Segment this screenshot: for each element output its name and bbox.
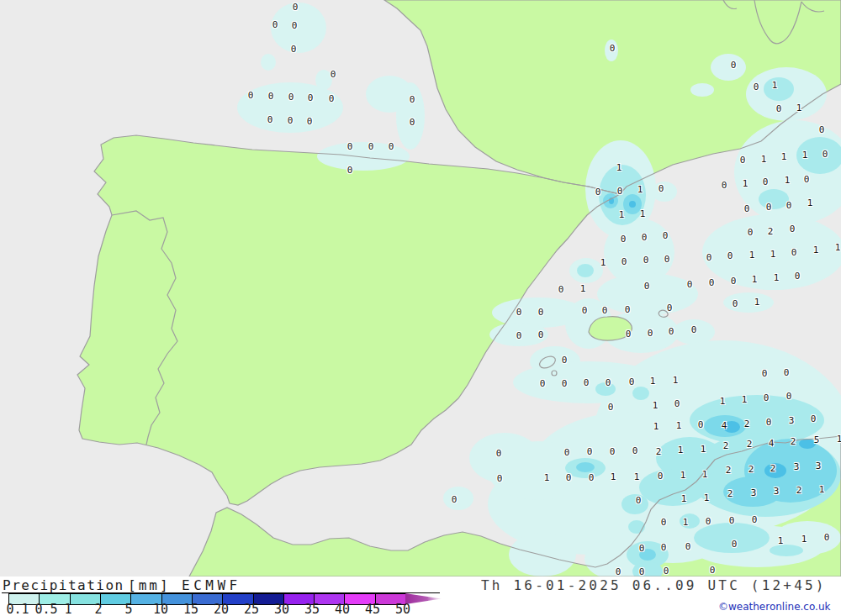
precip-value: 0 [636, 496, 642, 505]
colorbar-overflow-arrow-icon [405, 592, 444, 605]
precip-value: 0 [786, 201, 792, 210]
precip-value: 3 [751, 488, 757, 498]
precip-value: 1 [813, 245, 819, 255]
precip-value: 0 [331, 70, 336, 79]
precip-value: 0 [664, 255, 670, 264]
precip-value: 1 [796, 103, 802, 113]
precip-value: 0 [452, 495, 458, 504]
precip-value: 1 [754, 297, 760, 307]
precip-value: 1 [673, 376, 679, 385]
colorbar-tick: 20 [214, 603, 229, 615]
precip-value: 0 [540, 379, 546, 388]
colorbar-tick: 25 [244, 603, 259, 615]
precip-value: 1 [807, 198, 813, 208]
precip-value: 0 [786, 392, 792, 401]
precip-value: 0 [268, 92, 274, 101]
colorbar-tick: 35 [304, 603, 320, 615]
precip-value: 0 [740, 155, 746, 165]
legend-bar: Precipitation [mm] ECMWF Th 16-01-2025 0… [0, 577, 841, 616]
precip-value: 1 [680, 471, 686, 480]
precip-value: 0 [661, 543, 667, 552]
precip-value: 0 [644, 282, 650, 291]
precip-value: 0 [632, 446, 638, 455]
precip-value: 0 [291, 45, 297, 54]
colorbar-tick: 5 [124, 603, 132, 615]
precip-value: 0 [410, 118, 415, 127]
precip-value: 2 [791, 437, 796, 446]
precip-value: 0 [589, 473, 595, 482]
precip-value: 1 [683, 518, 689, 527]
precip-value: 1 [720, 397, 726, 406]
precip-value: 1 [678, 445, 684, 455]
colorbar-tick: 50 [395, 603, 410, 615]
precip-value: 1 [640, 209, 646, 218]
precip-value: 0 [811, 414, 817, 424]
precip-value: 1 [835, 243, 841, 252]
precip-value: 2 [726, 466, 732, 475]
precip-value: 0 [748, 228, 754, 237]
copyright-link[interactable]: ©weatheronline.co.uk [718, 601, 830, 613]
precip-value: 0 [710, 566, 716, 575]
precip-value: 0 [763, 177, 769, 187]
precip-value: 0 [267, 115, 273, 124]
precip-value: 0 [661, 518, 667, 527]
precip-value: 0 [762, 369, 768, 378]
precip-value: 0 [626, 329, 632, 339]
precip-value: 0 [642, 233, 648, 242]
precip-value: 0 [368, 142, 374, 151]
precip-value: 0 [562, 355, 568, 365]
precip-value: 0 [621, 257, 627, 266]
precip-value: 1 [743, 179, 748, 188]
precip-value: 1 [749, 250, 755, 260]
precip-value: 0 [706, 517, 711, 526]
precip-value: 1 [781, 152, 787, 161]
precip-value: 0 [516, 308, 522, 317]
precip-value: 1 [616, 163, 622, 172]
precip-value: 0 [616, 567, 621, 577]
precip-value: 0 [595, 187, 601, 197]
precip-value: 1 [802, 150, 808, 160]
precip-value: 2 [656, 447, 662, 456]
legend-unit: [mm] [128, 577, 171, 593]
precip-value: 1 [653, 401, 659, 410]
precip-value: 0 [729, 516, 735, 525]
precip-value: 0 [698, 420, 704, 429]
precip-value: 0 [784, 368, 790, 377]
colorbar-tick: 40 [335, 603, 350, 615]
precip-value: 0 [496, 449, 502, 458]
precip-value: 0 [722, 181, 727, 190]
precip-value: 0 [288, 92, 294, 102]
precip-value: 0 [307, 117, 313, 126]
precip-value: 0 [822, 150, 828, 159]
precip-value: 1 [611, 472, 616, 482]
precip-value: 0 [639, 544, 645, 553]
precip-value: 0 [610, 44, 616, 53]
precip-value: 1 [676, 421, 682, 430]
precipitation-values: 0000000000000000000000101001110010100001… [0, 0, 841, 577]
precip-value: 0 [731, 276, 737, 286]
precip-value: 0 [727, 251, 733, 261]
precip-value: 0 [564, 448, 570, 457]
precip-value: 4 [769, 439, 775, 448]
precip-value: 0 [648, 329, 653, 338]
precip-value: 0 [824, 533, 830, 542]
precip-value: 0 [584, 378, 590, 387]
precip-value: 0 [608, 403, 614, 412]
precip-value: 0 [347, 166, 353, 175]
precip-value: 0 [752, 515, 758, 524]
precip-value: 0 [706, 253, 712, 262]
legend-title: Precipitation [3, 577, 124, 593]
precip-value: 0 [625, 305, 631, 314]
precip-value: 3 [794, 462, 800, 471]
colorbar-tick: 1 [64, 603, 71, 615]
precip-value: 0 [497, 474, 503, 483]
precip-value: 1 [650, 376, 656, 386]
precip-value: 0 [292, 21, 298, 30]
precip-value: 0 [764, 393, 770, 403]
precip-value: 0 [293, 3, 299, 12]
precip-value: 1 [752, 275, 758, 284]
precip-value: 1 [704, 493, 710, 503]
precip-value: 0 [288, 116, 294, 125]
precip-value: 0 [639, 567, 645, 577]
precip-value: 0 [804, 175, 810, 184]
